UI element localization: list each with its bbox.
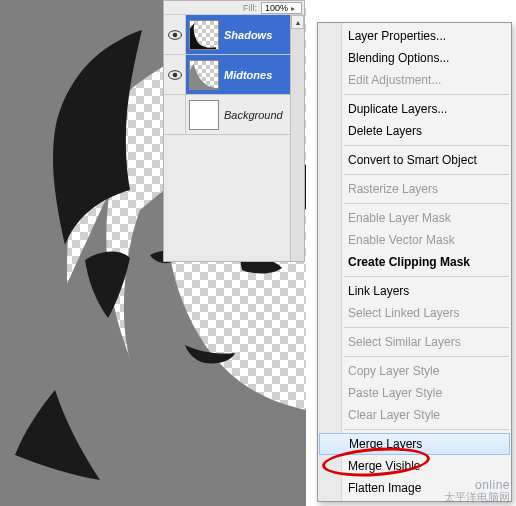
menu-item-select-similar-layers: Select Similar Layers bbox=[318, 331, 511, 353]
menu-item-link-layers[interactable]: Link Layers bbox=[318, 280, 511, 302]
svg-point-3 bbox=[172, 72, 177, 77]
layers-panel-footer: ⟲ bbox=[164, 247, 304, 261]
visibility-toggle[interactable] bbox=[164, 95, 186, 134]
menu-separator bbox=[344, 94, 509, 95]
menu-item-create-clipping-mask[interactable]: Create Clipping Mask bbox=[318, 251, 511, 273]
menu-item-layer-properties[interactable]: Layer Properties... bbox=[318, 25, 511, 47]
layers-panel: Fill: 100% Shadows Midtones Background ⟲… bbox=[163, 0, 305, 262]
menu-item-edit-adjustment: Edit Adjustment... bbox=[318, 69, 511, 91]
scroll-up-button[interactable]: ▴ bbox=[291, 15, 304, 29]
menu-item-clear-layer-style: Clear Layer Style bbox=[318, 404, 511, 426]
menu-separator bbox=[344, 276, 509, 277]
menu-item-delete-layers[interactable]: Delete Layers bbox=[318, 120, 511, 142]
layer-thumbnail[interactable] bbox=[189, 60, 219, 90]
menu-item-rasterize-layers: Rasterize Layers bbox=[318, 178, 511, 200]
menu-item-enable-layer-mask: Enable Layer Mask bbox=[318, 207, 511, 229]
layer-row-midtones[interactable]: Midtones bbox=[164, 55, 304, 95]
menu-separator bbox=[344, 174, 509, 175]
eye-icon bbox=[168, 30, 182, 40]
menu-item-enable-vector-mask: Enable Vector Mask bbox=[318, 229, 511, 251]
svg-point-1 bbox=[172, 32, 177, 37]
menu-item-blending-options[interactable]: Blending Options... bbox=[318, 47, 511, 69]
visibility-toggle[interactable] bbox=[164, 15, 186, 54]
menu-separator bbox=[344, 356, 509, 357]
menu-item-convert-to-smart-object[interactable]: Convert to Smart Object bbox=[318, 149, 511, 171]
layer-thumbnail[interactable] bbox=[189, 20, 219, 50]
layers-empty-area bbox=[164, 135, 304, 247]
menu-item-copy-layer-style: Copy Layer Style bbox=[318, 360, 511, 382]
layer-row-shadows[interactable]: Shadows bbox=[164, 15, 304, 55]
panel-scrollbar[interactable]: ▴ bbox=[290, 15, 304, 261]
layer-row-background[interactable]: Background bbox=[164, 95, 304, 135]
menu-item-flatten-image[interactable]: Flatten Image bbox=[318, 477, 511, 499]
layer-thumbnail[interactable] bbox=[189, 100, 219, 130]
menu-separator bbox=[344, 327, 509, 328]
layers-context-menu: Layer Properties...Blending Options...Ed… bbox=[317, 22, 512, 502]
menu-separator bbox=[344, 145, 509, 146]
menu-item-merge-visible[interactable]: Merge Visible bbox=[318, 455, 511, 477]
fill-label: Fill: bbox=[243, 3, 257, 13]
menu-separator bbox=[344, 203, 509, 204]
menu-item-paste-layer-style: Paste Layer Style bbox=[318, 382, 511, 404]
eye-icon bbox=[168, 70, 182, 80]
visibility-toggle[interactable] bbox=[164, 55, 186, 94]
layers-panel-header: Fill: 100% bbox=[164, 1, 304, 15]
menu-item-merge-layers[interactable]: Merge Layers bbox=[319, 433, 510, 455]
menu-item-select-linked-layers: Select Linked Layers bbox=[318, 302, 511, 324]
fill-value-stepper[interactable]: 100% bbox=[261, 2, 302, 14]
menu-item-duplicate-layers[interactable]: Duplicate Layers... bbox=[318, 98, 511, 120]
menu-separator bbox=[344, 429, 509, 430]
